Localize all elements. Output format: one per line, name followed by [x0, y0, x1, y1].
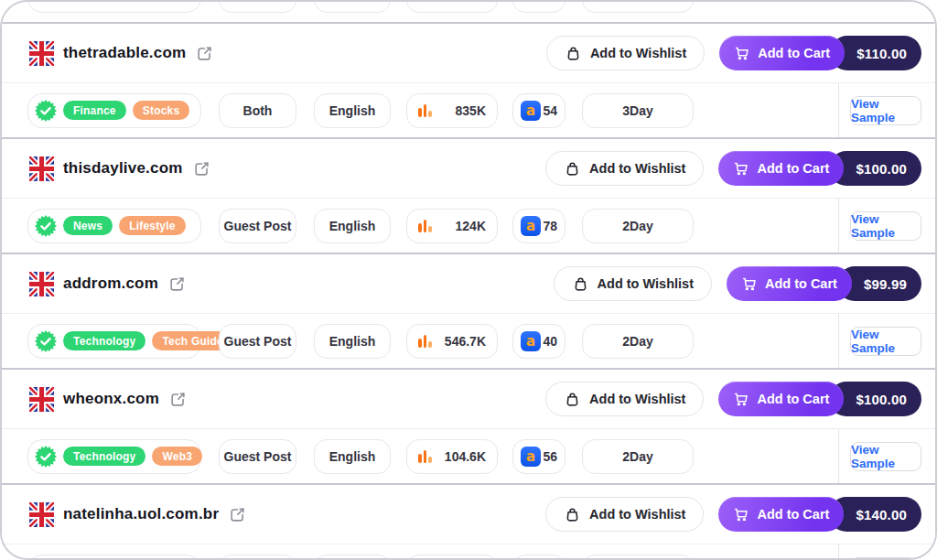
traffic-pill: 546.7K	[406, 324, 498, 359]
shopping-bag-icon	[564, 391, 581, 408]
post-type-pill	[219, 2, 296, 13]
add-to-wishlist-button[interactable]: Add to Wishlist	[546, 36, 705, 70]
view-sample-button[interactable]: View Sample	[850, 327, 921, 356]
cart-button-label: Add to Cart	[765, 276, 837, 291]
verified-seal-icon	[35, 100, 57, 122]
add-to-wishlist-button[interactable]: Add to Wishlist	[545, 151, 704, 186]
shopping-cart-icon	[733, 160, 749, 177]
listing-card: Add to Wishlist Add to Cart	[2, 2, 935, 24]
post-type-pill: Both	[219, 93, 296, 128]
delivery-time-label: 2Day	[622, 219, 652, 233]
external-link-icon[interactable]	[169, 391, 187, 408]
add-to-wishlist-button[interactable]: Add to Wishlist	[545, 382, 704, 416]
category-tags-pill: FinanceStocks	[27, 93, 201, 128]
view-sample-button[interactable]: View Sample	[850, 442, 921, 471]
authority-score-pill: a 54	[512, 93, 565, 128]
domain-name[interactable]: wheonx.com	[63, 390, 159, 408]
add-to-cart-button[interactable]: Add to Cart $99.99	[727, 266, 921, 301]
post-type-label: Both	[243, 103, 273, 118]
view-sample-label: View Sample	[851, 212, 921, 240]
external-link-icon[interactable]	[229, 506, 246, 523]
authority-score-value: 56	[543, 449, 557, 464]
listing-detail-row: NewsLifestyle Guest Post English 124K a …	[2, 199, 935, 253]
domain-name[interactable]: thetradable.com	[63, 44, 186, 62]
uk-flag-icon	[29, 156, 54, 181]
delivery-time-pill	[582, 2, 694, 13]
verified-seal-icon	[35, 446, 57, 468]
cart-button-label: Add to Cart	[758, 46, 830, 60]
add-to-cart-button[interactable]: Add to Cart $100.00	[718, 151, 921, 186]
external-link-icon[interactable]	[196, 45, 213, 62]
listing-detail-row: a View Sample	[2, 2, 935, 22]
listing-header-row: thetradable.com Add to Wishlist	[2, 24, 935, 82]
category-tags-pill	[27, 555, 201, 560]
delivery-time-pill	[582, 555, 694, 560]
listing-card: thisdaylive.com Add to Wishlist	[2, 139, 935, 254]
add-to-cart-button[interactable]: Add to Cart $100.00	[718, 382, 921, 416]
domain-name[interactable]: addrom.com	[63, 275, 158, 293]
category-tag: Lifestyle	[119, 216, 186, 235]
listing-header-row: wheonx.com Add to Wishlist	[2, 370, 935, 428]
view-sample-button[interactable]: View Sample	[850, 211, 921, 241]
ahrefs-a-icon: a	[521, 447, 541, 467]
shopping-bag-icon	[565, 45, 582, 62]
add-to-wishlist-button[interactable]: Add to Wishlist	[545, 497, 704, 532]
add-to-wishlist-button[interactable]: Add to Wishlist	[554, 266, 712, 301]
domain-name[interactable]: thisdaylive.com	[63, 159, 183, 178]
bar-chart-icon	[418, 220, 432, 232]
add-to-cart-button[interactable]: Add to Cart $110.00	[719, 36, 921, 70]
add-to-cart-main[interactable]: Add to Cart	[718, 497, 844, 532]
listing-card: thetradable.com Add to Wishlist	[2, 24, 935, 139]
traffic-value: 124K	[456, 219, 486, 233]
category-tags-pill: TechnologyWeb3	[27, 439, 201, 474]
shopping-cart-icon	[741, 275, 758, 292]
authority-score-pill: a	[512, 2, 565, 13]
vertical-divider	[838, 83, 839, 137]
bar-chart-icon	[418, 450, 432, 463]
category-tags: FinanceStocks	[63, 101, 189, 120]
wishlist-button-label: Add to Wishlist	[589, 161, 685, 176]
shopping-cart-icon	[733, 506, 749, 522]
listing-header-row: addrom.com Add to Wishlist	[2, 254, 935, 313]
authority-score-value: 40	[543, 334, 557, 349]
uk-flag-icon	[29, 41, 54, 66]
uk-flag-icon	[29, 272, 54, 296]
listing-detail-row: TechnologyTech Guides Guest Post English…	[2, 314, 935, 368]
verified-seal-icon	[35, 215, 57, 237]
add-to-cart-main[interactable]: Add to Cart	[718, 382, 844, 416]
language-label: English	[329, 219, 376, 233]
domain-name[interactable]: natelinha.uol.com.br	[63, 505, 219, 523]
traffic-pill: 124K	[406, 209, 498, 243]
verified-seal-icon	[35, 330, 57, 352]
language-pill: English	[314, 93, 391, 128]
category-tags: TechnologyTech Guides	[63, 331, 240, 350]
traffic-value: 104.6K	[445, 449, 486, 464]
external-link-icon[interactable]	[168, 275, 186, 293]
post-type-pill: Guest Post	[219, 439, 296, 474]
wishlist-button-label: Add to Wishlist	[598, 276, 694, 291]
traffic-pill	[406, 555, 498, 560]
view-sample-button[interactable]: View Sample	[850, 557, 921, 560]
language-pill	[314, 555, 391, 560]
listings-panel: Add to Wishlist Add to Cart	[0, 0, 937, 560]
listing-detail-row: TechnologyWeb3 Guest Post English 104.6K…	[2, 429, 935, 483]
listing-detail-row: a View Sample	[2, 544, 935, 560]
vertical-divider	[838, 544, 839, 560]
post-type-label: Guest Post	[224, 334, 292, 349]
category-tag: Technology	[63, 331, 145, 350]
add-to-cart-main[interactable]: Add to Cart	[719, 36, 845, 70]
external-link-icon[interactable]	[193, 160, 210, 178]
category-tags: NewsLifestyle	[63, 216, 186, 235]
add-to-cart-main[interactable]: Add to Cart	[727, 266, 852, 301]
add-to-cart-button[interactable]: Add to Cart $140.00	[718, 497, 921, 532]
authority-score-pill: a 78	[512, 209, 565, 243]
add-to-cart-main[interactable]: Add to Cart	[718, 151, 844, 186]
view-sample-button[interactable]: View Sample	[850, 96, 921, 125]
shopping-bag-icon	[564, 506, 581, 523]
traffic-pill	[406, 2, 498, 13]
bar-chart-icon	[418, 104, 432, 117]
traffic-pill: 835K	[406, 93, 498, 128]
vertical-divider	[838, 199, 839, 253]
category-tags-pill: TechnologyTech Guides	[27, 324, 201, 359]
post-type-pill: Guest Post	[219, 324, 296, 359]
